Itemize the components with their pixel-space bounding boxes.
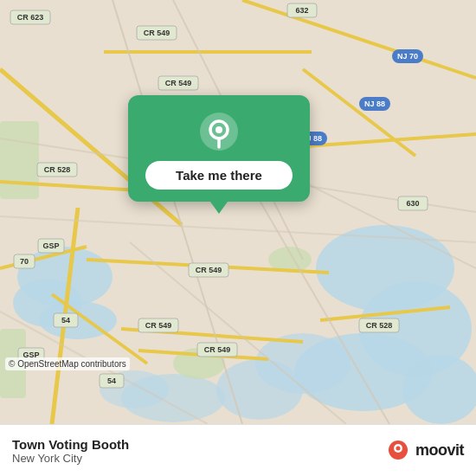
moovit-logo: moovit — [386, 439, 464, 463]
location-name: Town Voting Booth — [12, 437, 129, 452]
svg-text:CR 549: CR 549 — [165, 79, 192, 87]
svg-text:NJ 70: NJ 70 — [397, 52, 418, 61]
svg-text:630: 630 — [406, 199, 419, 208]
svg-text:NJ 88: NJ 88 — [364, 100, 385, 108]
svg-point-9 — [216, 359, 303, 420]
moovit-pin-icon — [386, 439, 410, 463]
svg-text:GSP: GSP — [42, 241, 59, 250]
location-city: New York City — [12, 452, 129, 465]
map-container: CR 623 CR 549 632 NJ 70 NJ 88 NJ 88 CR 5… — [0, 0, 476, 424]
svg-text:70: 70 — [20, 257, 29, 266]
svg-text:CR 528: CR 528 — [44, 165, 71, 174]
moovit-label: moovit — [415, 441, 464, 460]
svg-text:CR 623: CR 623 — [17, 13, 44, 22]
svg-point-79 — [396, 446, 400, 450]
svg-text:54: 54 — [107, 376, 116, 385]
svg-text:CR 528: CR 528 — [366, 321, 393, 330]
svg-text:54: 54 — [61, 316, 70, 325]
svg-text:CR 549: CR 549 — [144, 29, 170, 37]
map-attribution: © OpenStreetMap contributors — [5, 357, 130, 370]
svg-text:CR 549: CR 549 — [204, 345, 231, 354]
svg-point-75 — [215, 126, 222, 133]
svg-text:632: 632 — [295, 6, 308, 15]
bottom-bar: Town Voting Booth New York City moovit — [0, 424, 476, 476]
location-pin-icon — [198, 111, 240, 152]
popup-card: Take me there — [128, 95, 310, 202]
svg-text:CR 549: CR 549 — [196, 266, 222, 274]
svg-rect-12 — [0, 121, 39, 199]
location-info: Town Voting Booth New York City — [12, 437, 129, 465]
take-me-there-button[interactable]: Take me there — [145, 161, 293, 190]
svg-text:CR 549: CR 549 — [145, 321, 172, 330]
